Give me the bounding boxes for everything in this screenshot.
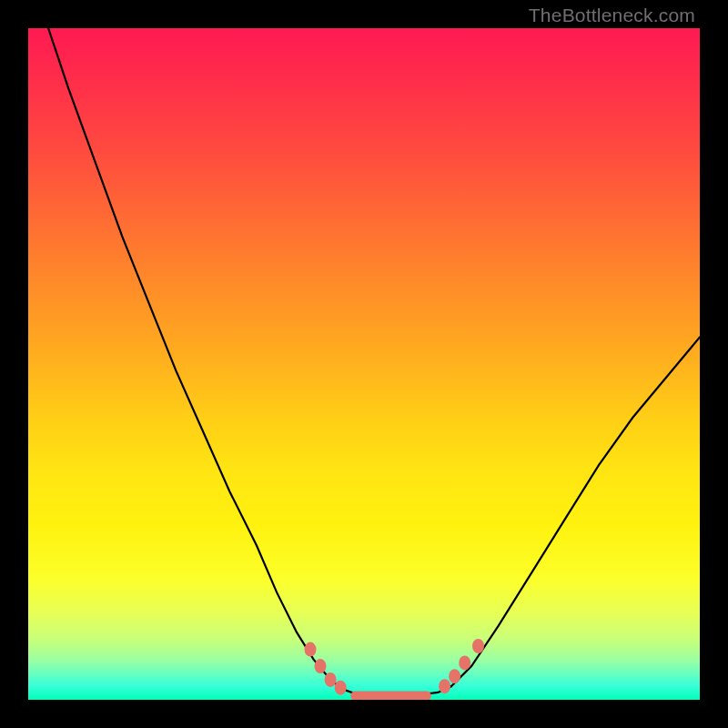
curve-left-path [48, 28, 344, 690]
watermark-text: TheBottleneck.com [529, 5, 695, 26]
outer-frame: TheBottleneck.com [0, 0, 728, 728]
marker-bar-rect [350, 692, 431, 700]
marker-cluster-left [305, 642, 347, 695]
marker-dot [305, 642, 317, 657]
curve-right-path [451, 338, 700, 687]
marker-dot [439, 679, 450, 693]
marker-dot [472, 639, 484, 653]
marker-bottom-bar [350, 692, 431, 700]
marker-dot [459, 655, 470, 670]
plot-area [28, 28, 700, 700]
marker-dot [315, 659, 327, 673]
marker-dot [449, 669, 460, 683]
marker-cluster-right [439, 639, 484, 693]
marker-dot [325, 672, 337, 687]
curve-svg [28, 28, 700, 700]
marker-dot [335, 681, 347, 695]
